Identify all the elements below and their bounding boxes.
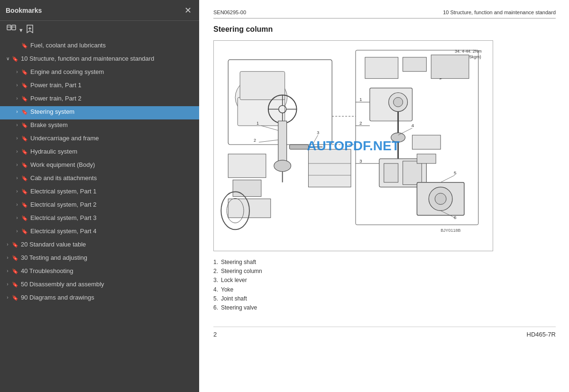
sidebar-item-label: 20 Standard value table — [21, 241, 195, 249]
model-number: HD465-7R — [527, 331, 556, 338]
chevron-right-icon: › — [13, 122, 21, 128]
legend-num: 4. — [213, 285, 218, 294]
chevron-right-icon: › — [13, 189, 21, 194]
doc-title-section: Steering column — [213, 25, 556, 34]
sidebar-item-label: Fuel, coolant and lubricants — [30, 42, 195, 50]
sidebar-item-electrical1[interactable]: › 🔖 Electrical system, Part 1 — [0, 186, 199, 199]
chevron-right-icon: › — [13, 82, 21, 88]
bookmark-icon: 🔖 — [21, 109, 28, 115]
sidebar-item-label: Power train, Part 1 — [30, 82, 195, 90]
legend-num: 1. — [213, 258, 218, 267]
chevron-right-icon: › — [13, 69, 21, 74]
svg-text:1: 1 — [257, 121, 259, 126]
chevron-right-icon: › — [4, 268, 11, 273]
doc-section-header: 10 Structure, function and maintenance s… — [443, 9, 556, 15]
sidebar-item-label: Electrical system, Part 3 — [30, 214, 195, 222]
page-number: 2 — [213, 331, 217, 338]
chevron-right-icon: › — [13, 202, 21, 207]
sidebar-content: 🔖 Fuel, coolant and lubricants ∨ 🔖 10 St… — [0, 38, 199, 392]
doc-footer: 2 HD465-7R — [213, 327, 556, 338]
legend-item: 5. Joint shaft — [213, 294, 556, 303]
bookmark-icon: 🔖 — [21, 82, 28, 89]
bookmark-icon: 🔖 — [21, 43, 28, 49]
sidebar-item-40-trouble[interactable]: › 🔖 40 Troubleshooting — [0, 265, 199, 279]
legend-item: 6. Steering valve — [213, 303, 556, 312]
svg-rect-63 — [233, 180, 261, 197]
svg-rect-62 — [228, 154, 266, 178]
sidebar-item-30-testing[interactable]: › 🔖 30 Testing and adjusting — [0, 252, 199, 265]
sidebar-header: Bookmarks ✕ — [0, 0, 199, 21]
sidebar-item-label: Steering system — [30, 108, 195, 116]
svg-text:3: 3 — [317, 130, 319, 135]
sidebar-item-electrical4[interactable]: › 🔖 Electrical system, Part 4 — [0, 226, 199, 239]
svg-rect-12 — [238, 97, 285, 126]
main-content: SEN06295-00 10 Structure, function and m… — [199, 0, 569, 392]
sidebar-item-20-standard[interactable]: › 🔖 20 Standard value table — [0, 239, 199, 252]
close-button[interactable]: ✕ — [183, 5, 193, 16]
svg-rect-61 — [417, 154, 436, 164]
sidebar-item-50-disassembly[interactable]: › 🔖 50 Disassembly and assembly — [0, 279, 199, 292]
doc-header: SEN06295-00 10 Structure, function and m… — [213, 9, 556, 18]
chevron-right-icon: › — [4, 295, 11, 300]
sidebar-item-steering[interactable]: › 🔖 Steering system — [0, 106, 199, 119]
sidebar-item-label: Engine and cooling system — [30, 68, 195, 76]
legend-item: 4. Yoke — [213, 285, 556, 294]
legend-text: Steering valve — [221, 303, 257, 312]
bookmark-icon: 🔖 — [21, 189, 28, 195]
legend-text: Yoke — [221, 285, 233, 294]
legend-item: 1. Steering shaft — [213, 258, 556, 267]
chevron-right-icon: › — [4, 255, 11, 260]
bookmark-icon: 🔖 — [21, 149, 28, 155]
bookmark-icon: 🔖 — [21, 228, 28, 235]
chevron-right-icon: › — [4, 242, 11, 247]
sidebar-item-label: Electrical system, Part 4 — [30, 228, 195, 236]
sidebar-item-label: Power train, Part 2 — [30, 95, 195, 103]
bookmark-icon: 🔖 — [11, 295, 19, 301]
svg-point-21 — [274, 160, 291, 172]
chevron-right-icon: › — [13, 149, 21, 154]
sidebar-item-label: Work equipment (Body) — [30, 161, 195, 169]
sidebar-item-cab[interactable]: › 🔖 Cab and its attachments — [0, 173, 199, 186]
svg-rect-33 — [403, 57, 427, 72]
sidebar-item-label: Cab and its attachments — [30, 174, 195, 182]
sidebar-item-electrical3[interactable]: › 🔖 Electrical system, Part 3 — [0, 212, 199, 226]
bookmark-icon: 🔖 — [21, 202, 28, 208]
chevron-right-icon: › — [13, 136, 21, 141]
sidebar-item-electrical2[interactable]: › 🔖 Electrical system, Part 2 — [0, 199, 199, 212]
add-bookmark-button[interactable] — [25, 24, 35, 36]
legend-section: 1. Steering shaft 2. Steering column 3. … — [213, 258, 556, 312]
diagram-container: 34. 4-44. 2Nm (3. 5-4. 5kgm) — [213, 40, 493, 251]
sidebar-item-label: 90 Diagrams and drawings — [21, 294, 195, 302]
svg-text:3: 3 — [359, 158, 362, 164]
svg-rect-34 — [431, 55, 469, 79]
sidebar-item-undercarriage[interactable]: › 🔖 Undercarriage and frame — [0, 133, 199, 146]
bookmark-icon: 🔖 — [21, 136, 28, 142]
sidebar-item-label: Electrical system, Part 1 — [30, 188, 195, 196]
chevron-right-icon: › — [13, 175, 21, 181]
sidebar-item-work-equipment[interactable]: › 🔖 Work equipment (Body) — [0, 159, 199, 173]
sidebar-title: Bookmarks — [6, 7, 42, 14]
legend-text: Lock lever — [221, 276, 247, 285]
bookmark-panel-button[interactable] — [6, 24, 17, 36]
dropdown-arrow[interactable]: ▾ — [19, 27, 23, 34]
bookmark-icon: 🔖 — [21, 96, 28, 102]
svg-rect-60 — [412, 135, 441, 149]
sidebar-item-brake[interactable]: › 🔖 Brake system — [0, 119, 199, 133]
sidebar-item-power1[interactable]: › 🔖 Power train, Part 1 — [0, 80, 199, 93]
svg-text:2: 2 — [359, 120, 362, 126]
svg-rect-67 — [308, 149, 351, 187]
sidebar-item-90-diagrams[interactable]: › 🔖 90 Diagrams and drawings — [0, 292, 199, 305]
sidebar-item-power2[interactable]: › 🔖 Power train, Part 2 — [0, 93, 199, 106]
sidebar-item-10-structure[interactable]: ∨ 🔖 10 Structure, function and maintenan… — [0, 53, 199, 66]
svg-rect-0 — [7, 25, 11, 30]
doc-ref-number: SEN06295-00 — [213, 9, 246, 15]
sidebar-item-hydraulic[interactable]: › 🔖 Hydraulic system — [0, 146, 199, 159]
sidebar-item-engine[interactable]: › 🔖 Engine and cooling system — [0, 66, 199, 80]
svg-rect-23 — [290, 145, 309, 149]
chevron-right-icon: › — [4, 282, 11, 287]
svg-text:1: 1 — [359, 97, 362, 102]
chevron-right-icon: › — [13, 96, 21, 101]
sidebar-item-fuel[interactable]: 🔖 Fuel, coolant and lubricants — [0, 40, 199, 53]
svg-rect-32 — [365, 57, 398, 79]
bookmark-icon: 🔖 — [11, 242, 19, 248]
